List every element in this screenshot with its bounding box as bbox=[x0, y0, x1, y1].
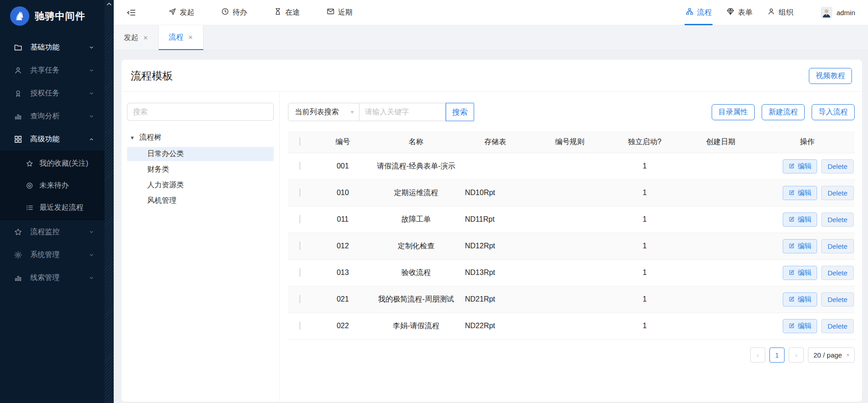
search-scope-select[interactable]: 当前列表搜索 ▾ bbox=[288, 103, 359, 121]
sidebar-item-高级功能[interactable]: 高级功能 bbox=[0, 128, 105, 151]
cell-independent: 1 bbox=[608, 185, 682, 202]
apartment-icon bbox=[686, 7, 694, 17]
topnav-流程[interactable]: 流程 bbox=[686, 0, 712, 25]
tree-search-input[interactable] bbox=[127, 103, 274, 121]
card-header: 流程模板 视频教程 bbox=[122, 60, 862, 92]
cell-actions: 编辑 Delete bbox=[760, 263, 855, 283]
cell-no: 010 bbox=[312, 185, 374, 202]
prev-page-button[interactable]: ‹ bbox=[750, 347, 765, 363]
cell-rule bbox=[532, 190, 608, 196]
row-checkbox[interactable] bbox=[299, 241, 300, 250]
delete-button[interactable]: Delete bbox=[821, 319, 854, 333]
topnav-近期[interactable]: 近期 bbox=[326, 7, 353, 17]
topnav-待办[interactable]: 待办 bbox=[221, 7, 247, 17]
row-checkbox[interactable] bbox=[299, 268, 300, 277]
chevron-down-icon: ▾ bbox=[351, 109, 354, 115]
caret-down-icon bbox=[86, 227, 96, 237]
tree-node-风机管理[interactable]: 风机管理 bbox=[127, 194, 274, 208]
delete-button[interactable]: Delete bbox=[821, 292, 854, 307]
tree-root-label: 流程树 bbox=[139, 133, 161, 142]
close-icon[interactable]: ✕ bbox=[188, 34, 193, 41]
keyword-input[interactable] bbox=[359, 103, 446, 121]
topnav-发起[interactable]: 发起 bbox=[168, 7, 194, 17]
sidebar-item-授权任务[interactable]: 授权任务 bbox=[0, 82, 105, 105]
tree-node-人力资源类[interactable]: 人力资源类 bbox=[127, 178, 274, 192]
cell-created bbox=[682, 164, 760, 169]
search-group: 当前列表搜索 ▾ 搜索 bbox=[288, 103, 474, 121]
user-menu[interactable]: admin bbox=[821, 7, 855, 18]
caret-down-icon bbox=[86, 88, 96, 98]
delete-button[interactable]: Delete bbox=[821, 186, 854, 200]
chart-icon bbox=[13, 273, 23, 283]
cell-name: 验收流程 bbox=[374, 264, 459, 281]
toolbar-button-目录属性[interactable]: 目录属性 bbox=[712, 104, 755, 120]
sidebar-item-线索管理[interactable]: 线索管理 bbox=[0, 266, 105, 289]
topnav-在途[interactable]: 在途 bbox=[274, 7, 300, 17]
select-all-checkbox[interactable] bbox=[299, 137, 300, 146]
tab-发起[interactable]: 发起 ✕ bbox=[114, 25, 159, 50]
edit-button[interactable]: 编辑 bbox=[783, 239, 817, 253]
column-header-操作: 操作 bbox=[760, 134, 855, 151]
edit-button[interactable]: 编辑 bbox=[783, 186, 817, 200]
sidebar-item-系统管理[interactable]: 系统管理 bbox=[0, 243, 105, 266]
sidebar-scroll-strip[interactable] bbox=[105, 0, 114, 403]
cell-no: 012 bbox=[312, 238, 374, 255]
sidebar-collapse-icon[interactable] bbox=[127, 8, 136, 17]
search-button[interactable]: 搜索 bbox=[446, 103, 474, 121]
page-size-value: 20 / page bbox=[813, 351, 842, 359]
row-checkbox[interactable] bbox=[299, 215, 300, 224]
cell-name: 李娟-请假流程 bbox=[374, 318, 459, 335]
topnav-组织[interactable]: 组织 bbox=[767, 0, 793, 25]
tree-node-财务类[interactable]: 财务类 bbox=[127, 162, 274, 177]
delete-button[interactable]: Delete bbox=[821, 239, 854, 253]
next-page-button[interactable]: › bbox=[789, 347, 804, 363]
row-checkbox[interactable] bbox=[299, 295, 300, 303]
table-toolbar: 当前列表搜索 ▾ 搜索 目录属性新建流程导入流程 bbox=[288, 103, 855, 121]
toolbar-button-新建流程[interactable]: 新建流程 bbox=[762, 104, 805, 120]
cell-independent: 1 bbox=[608, 238, 682, 255]
sidebar-subitem-我的收藏(关注)[interactable]: 我的收藏(关注) bbox=[0, 152, 105, 174]
edit-button[interactable]: 编辑 bbox=[783, 213, 817, 227]
row-checkbox[interactable] bbox=[299, 162, 300, 170]
toolbar-button-导入流程[interactable]: 导入流程 bbox=[812, 104, 855, 120]
sidebar-subitem-最近发起流程[interactable]: 最近发起流程 bbox=[0, 196, 105, 218]
cell-rule bbox=[532, 244, 608, 249]
column-header-编号: 编号 bbox=[312, 134, 374, 151]
video-tutorial-button[interactable]: 视频教程 bbox=[809, 68, 852, 84]
sidebar-subitem-未来待办[interactable]: 未来待办 bbox=[0, 174, 105, 196]
sidebar-item-流程监控[interactable]: 流程监控 bbox=[0, 220, 105, 243]
list-icon bbox=[26, 204, 35, 212]
delete-button[interactable]: Delete bbox=[821, 266, 854, 280]
cell-independent: 1 bbox=[608, 264, 682, 281]
tree-root-node[interactable]: ▼ 流程树 bbox=[127, 131, 274, 147]
top-header: 发起 待办 在途 近期 流程 表单 组织 admin bbox=[114, 0, 868, 25]
row-checkbox[interactable] bbox=[299, 188, 300, 197]
cell-actions: 编辑 Delete bbox=[760, 316, 855, 336]
tab-流程[interactable]: 流程 ✕ bbox=[159, 25, 204, 50]
cell-store bbox=[459, 164, 532, 169]
edit-button[interactable]: 编辑 bbox=[783, 292, 817, 307]
sidebar-item-共享任务[interactable]: 共享任务 bbox=[0, 59, 105, 82]
sidebar-item-查询分析[interactable]: 查询分析 bbox=[0, 105, 105, 128]
tab-bar: 发起 ✕ 流程 ✕ bbox=[114, 25, 868, 50]
delete-button[interactable]: Delete bbox=[821, 159, 854, 174]
edit-button[interactable]: 编辑 bbox=[783, 266, 817, 280]
table-row-001: 001 请假流程-经典表单-演示 1 编辑 Delete bbox=[288, 153, 855, 180]
row-checkbox[interactable] bbox=[299, 321, 300, 330]
tree-children: 日常办公类 财务类 人力资源类 风机管理 bbox=[127, 147, 274, 208]
close-icon[interactable]: ✕ bbox=[143, 34, 148, 41]
edit-button[interactable]: 编辑 bbox=[783, 159, 817, 174]
scroll-up-icon[interactable] bbox=[106, 1, 112, 9]
topnav-表单[interactable]: 表单 bbox=[726, 0, 752, 25]
cell-no: 011 bbox=[312, 211, 374, 228]
edit-button[interactable]: 编辑 bbox=[783, 319, 817, 333]
table-body: 001 请假流程-经典表单-演示 1 编辑 Delete 010 定期运维流程 … bbox=[288, 153, 855, 340]
grid-icon bbox=[13, 134, 23, 144]
sidebar-item-基础功能[interactable]: 基础功能 bbox=[0, 36, 105, 59]
page-number-button[interactable]: 1 bbox=[769, 347, 785, 363]
select-all-cell bbox=[288, 134, 312, 151]
cell-store: ND11Rpt bbox=[459, 211, 532, 228]
tree-node-日常办公类[interactable]: 日常办公类 bbox=[127, 147, 274, 161]
page-size-select[interactable]: 20 / page ▾ bbox=[808, 347, 855, 363]
delete-button[interactable]: Delete bbox=[821, 213, 854, 227]
